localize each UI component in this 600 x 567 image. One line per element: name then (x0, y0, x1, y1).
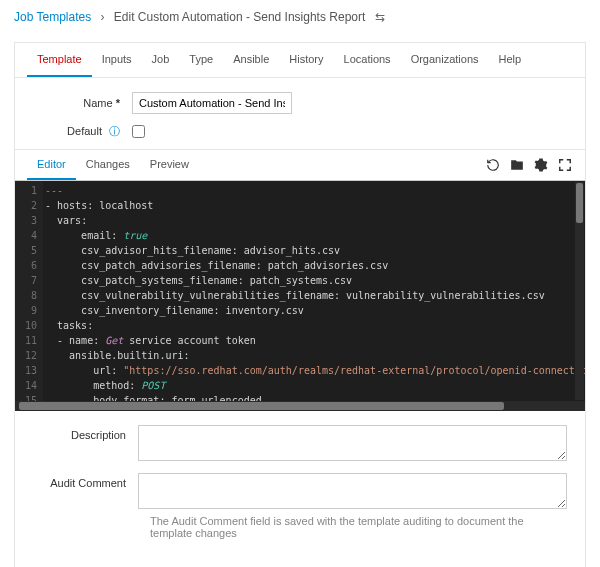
tab-help[interactable]: Help (489, 43, 532, 77)
name-row: Name * (27, 92, 573, 114)
import-icon[interactable] (509, 157, 525, 173)
audit-input[interactable] (138, 473, 567, 509)
tab-template[interactable]: Template (27, 43, 92, 77)
info-icon[interactable]: ⓘ (109, 125, 120, 137)
name-input[interactable] (132, 92, 292, 114)
tab-organizations[interactable]: Organizations (401, 43, 489, 77)
under-form: Description Audit Comment The Audit Comm… (15, 411, 585, 567)
settings-icon[interactable] (533, 157, 549, 173)
code-editor[interactable]: 123456789101112131415161718192021 ---- h… (15, 181, 585, 401)
editor-tab-preview[interactable]: Preview (140, 150, 199, 180)
tab-ansible[interactable]: Ansible (223, 43, 279, 77)
breadcrumb: Job Templates › Edit Custom Automation -… (0, 0, 600, 34)
vertical-scrollbar[interactable] (575, 182, 584, 400)
line-gutter: 123456789101112131415161718192021 (15, 181, 43, 401)
swap-icon[interactable]: ⇆ (375, 10, 385, 24)
tab-job[interactable]: Job (142, 43, 180, 77)
name-label: Name * (27, 97, 132, 109)
default-row: Default ⓘ (27, 124, 573, 139)
tab-inputs[interactable]: Inputs (92, 43, 142, 77)
code-editor-wrap: ▴ 123456789101112131415161718192021 ----… (15, 181, 585, 411)
breadcrumb-root[interactable]: Job Templates (14, 10, 91, 24)
tab-history[interactable]: History (279, 43, 333, 77)
fullscreen-icon[interactable] (557, 157, 573, 173)
breadcrumb-separator: › (101, 10, 105, 24)
audit-row: Audit Comment (33, 473, 567, 509)
description-input[interactable] (138, 425, 567, 461)
editor-toolbar: EditorChangesPreview (15, 149, 585, 181)
default-checkbox[interactable] (132, 125, 145, 138)
code-body[interactable]: ---- hosts: localhost vars: email: true … (43, 181, 585, 401)
default-label: Default ⓘ (27, 124, 132, 139)
undo-icon[interactable] (485, 157, 501, 173)
audit-label: Audit Comment (33, 473, 138, 509)
editor-tab-editor[interactable]: Editor (27, 150, 76, 180)
description-row: Description (33, 425, 567, 461)
editor-tab-changes[interactable]: Changes (76, 150, 140, 180)
horizontal-scrollbar[interactable] (15, 401, 585, 411)
tab-type[interactable]: Type (179, 43, 223, 77)
description-label: Description (33, 425, 138, 461)
main-card: TemplateInputsJobTypeAnsibleHistoryLocat… (14, 42, 586, 567)
audit-hint: The Audit Comment field is saved with th… (150, 515, 567, 539)
tab-locations[interactable]: Locations (334, 43, 401, 77)
breadcrumb-current: Edit Custom Automation - Send Insights R… (114, 10, 365, 24)
tabs: TemplateInputsJobTypeAnsibleHistoryLocat… (15, 43, 585, 78)
form-section: Name * Default ⓘ (15, 78, 585, 139)
